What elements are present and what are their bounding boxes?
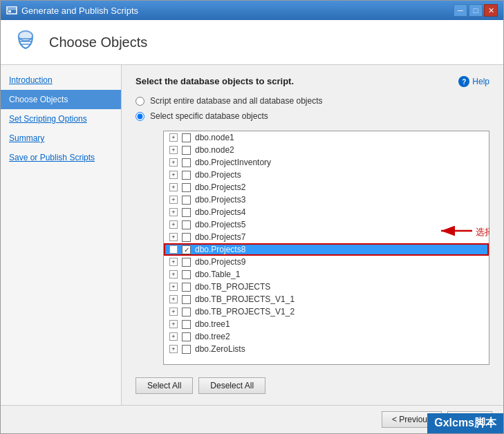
- expand-icon[interactable]: +: [169, 233, 178, 241]
- radio-group: Script entire database and all database …: [136, 96, 489, 121]
- expand-icon[interactable]: +: [169, 258, 178, 266]
- expand-icon[interactable]: +: [169, 183, 178, 191]
- list-item[interactable]: +dbo.TB_PROJECTS: [164, 281, 489, 293]
- sidebar: Introduction Choose Objects Set Scriptin…: [1, 65, 122, 405]
- item-checkbox[interactable]: [182, 270, 191, 279]
- item-checkbox[interactable]: [182, 133, 191, 142]
- item-label: dbo.Projects4: [195, 207, 245, 217]
- list-item[interactable]: +dbo.Projects: [164, 169, 489, 181]
- list-item[interactable]: +dbo.TB_PROJECTS_V1_2: [164, 305, 489, 318]
- item-checkbox[interactable]: [182, 320, 191, 329]
- list-item[interactable]: +dbo.tree2: [164, 330, 489, 343]
- expand-icon[interactable]: +: [169, 320, 178, 328]
- list-item[interactable]: +dbo.Projects5: [164, 218, 489, 231]
- list-item[interactable]: +dbo.node2: [164, 144, 489, 156]
- footer-bar: < Previous Next > Gxlcms脚本: [1, 405, 503, 433]
- page-title: Choose Objects: [49, 35, 147, 50]
- list-item[interactable]: +dbo.Projects9: [164, 256, 489, 268]
- list-item[interactable]: +dbo.Projects4: [164, 206, 489, 218]
- body-section: Introduction Choose Objects Set Scriptin…: [1, 65, 503, 405]
- expand-icon[interactable]: +: [169, 245, 178, 254]
- item-checkbox[interactable]: [182, 332, 191, 341]
- item-label: dbo.tree2: [195, 332, 230, 341]
- item-label: dbo.TB_PROJECTS: [195, 282, 270, 292]
- main-window: Generate and Publish Scripts ─ □ ✕ Choos…: [0, 0, 504, 434]
- page-header: Choose Objects: [1, 20, 503, 65]
- item-checkbox[interactable]: [182, 158, 191, 167]
- window-title: Generate and Publish Scripts: [21, 6, 138, 16]
- help-link[interactable]: ? Help: [458, 76, 489, 87]
- window-icon: [6, 5, 17, 16]
- item-checkbox[interactable]: [182, 220, 191, 229]
- sidebar-item-choose-objects[interactable]: Choose Objects: [1, 90, 121, 109]
- item-label: dbo.TB_PROJECTS_V1_2: [195, 307, 295, 317]
- deselect-all-button[interactable]: Deselect All: [198, 377, 265, 394]
- list-item[interactable]: +dbo.Projects8: [164, 243, 489, 256]
- item-checkbox[interactable]: [182, 233, 191, 242]
- radio-entire-db[interactable]: Script entire database and all database …: [136, 96, 489, 106]
- item-label: dbo.TB_PROJECTS_V1_1: [195, 294, 295, 304]
- expand-icon[interactable]: +: [169, 133, 178, 142]
- expand-icon[interactable]: +: [169, 158, 178, 167]
- expand-icon[interactable]: +: [169, 345, 178, 353]
- list-item[interactable]: +dbo.Projects2: [164, 181, 489, 194]
- expand-icon[interactable]: +: [169, 146, 178, 154]
- item-checkbox[interactable]: [182, 171, 191, 180]
- list-item[interactable]: +dbo.TB_PROJECTS_V1_1: [164, 293, 489, 305]
- svg-rect-2: [8, 10, 11, 12]
- item-checkbox[interactable]: [182, 308, 191, 317]
- sidebar-item-introduction[interactable]: Introduction: [1, 70, 121, 90]
- list-item[interactable]: +dbo.Projects7: [164, 231, 489, 243]
- item-checkbox[interactable]: [182, 208, 191, 217]
- select-all-button[interactable]: Select All: [136, 377, 193, 394]
- close-button[interactable]: ✕: [484, 4, 498, 17]
- list-item[interactable]: +dbo.ZeroLists: [164, 343, 489, 355]
- sidebar-item-save-publish[interactable]: Save or Publish Scripts: [1, 148, 121, 167]
- expand-icon[interactable]: +: [169, 220, 178, 229]
- list-item[interactable]: +dbo.tree1: [164, 318, 489, 330]
- item-label: dbo.node2: [195, 145, 234, 155]
- item-label: dbo.ProjectInventory: [195, 158, 271, 167]
- expand-icon[interactable]: +: [169, 270, 178, 279]
- item-label: dbo.Projects5: [195, 220, 245, 229]
- item-label: dbo.tree1: [195, 319, 230, 329]
- item-checkbox[interactable]: [182, 295, 191, 304]
- object-list[interactable]: +dbo.node1+dbo.node2+dbo.ProjectInventor…: [164, 131, 489, 364]
- main-content: ? Help Select the database objects to sc…: [122, 65, 503, 405]
- radio-specific-input[interactable]: [136, 112, 144, 121]
- radio-specific-db[interactable]: Select specific database objects: [136, 111, 489, 121]
- title-bar: Generate and Publish Scripts ─ □ ✕: [1, 1, 503, 20]
- item-label: dbo.Projects3: [195, 195, 245, 205]
- item-checkbox[interactable]: [182, 183, 191, 192]
- expand-icon[interactable]: +: [169, 208, 178, 216]
- expand-icon[interactable]: +: [169, 283, 178, 291]
- item-label: dbo.Projects9: [195, 257, 245, 267]
- list-item[interactable]: +dbo.node1: [164, 131, 489, 144]
- sidebar-item-set-scripting[interactable]: Set Scripting Options: [1, 109, 121, 129]
- watermark: Gxlcms脚本: [427, 413, 503, 433]
- item-checkbox[interactable]: [182, 345, 191, 354]
- expand-icon[interactable]: +: [169, 332, 178, 341]
- bottom-buttons: Select All Deselect All: [136, 372, 489, 394]
- item-checkbox[interactable]: [182, 146, 191, 155]
- list-item[interactable]: +dbo.ProjectInventory: [164, 156, 489, 169]
- item-label: dbo.ZeroLists: [195, 344, 245, 354]
- list-item[interactable]: +dbo.Projects3: [164, 194, 489, 206]
- item-label: dbo.Projects7: [195, 232, 245, 242]
- help-icon: ?: [458, 76, 469, 87]
- expand-icon[interactable]: +: [169, 295, 178, 303]
- item-checkbox[interactable]: [182, 258, 191, 267]
- maximize-button[interactable]: □: [469, 4, 483, 17]
- minimize-button[interactable]: ─: [454, 4, 467, 17]
- page-icon: [12, 28, 39, 56]
- expand-icon[interactable]: +: [169, 171, 178, 179]
- expand-icon[interactable]: +: [169, 308, 178, 316]
- object-list-container: +dbo.node1+dbo.node2+dbo.ProjectInventor…: [163, 131, 489, 365]
- radio-entire-input[interactable]: [136, 97, 144, 106]
- item-checkbox[interactable]: [182, 196, 191, 205]
- list-item[interactable]: +dbo.Table_1: [164, 268, 489, 281]
- item-checkbox[interactable]: [182, 283, 191, 292]
- sidebar-item-summary[interactable]: Summary: [1, 129, 121, 148]
- expand-icon[interactable]: +: [169, 196, 178, 204]
- item-checkbox[interactable]: [182, 245, 191, 254]
